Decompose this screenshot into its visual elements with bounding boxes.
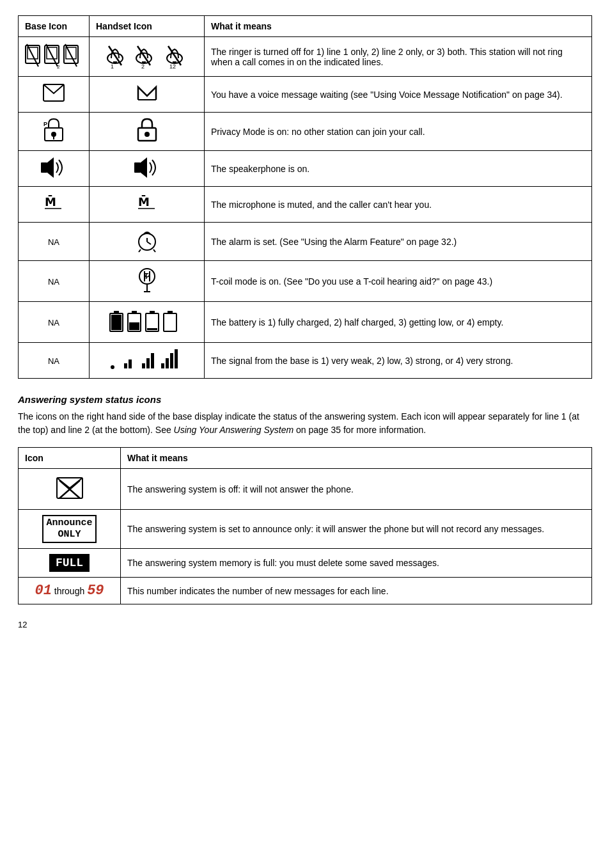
alarm-handset-icon (136, 228, 159, 253)
handset-icon-cell-ringer: 1 2 12 (90, 37, 205, 77)
ans-desc-count: This number indicates the number of new … (121, 578, 592, 604)
svg-rect-50 (114, 311, 119, 313)
signal-handset-icon (109, 348, 185, 371)
table-row: NA T T-coil mode (19, 261, 592, 302)
svg-marker-33 (141, 157, 147, 178)
svg-text:M̄: M̄ (138, 195, 150, 209)
table-row: FULL The answering system memory is full… (19, 549, 592, 578)
handset-icon-cell-battery (90, 302, 205, 343)
full-icon: FULL (49, 554, 90, 572)
svg-rect-51 (111, 315, 121, 330)
msg-count-59: 59 (87, 583, 104, 599)
ans-icon-cell-off (19, 469, 121, 510)
description-cell-battery: The battery is 1) fully charged, 2) half… (205, 302, 592, 343)
ringer-off-handset-icon: 1 2 12 (106, 43, 189, 68)
svg-rect-63 (142, 363, 145, 368)
description-cell-ringer: The ringer is turned off for 1) line 1 o… (205, 37, 592, 77)
table-row: Announce ONLY The answering system is se… (19, 510, 592, 549)
table-row: You have a voice message waiting (see "U… (19, 77, 592, 113)
na-label-signal: NA (48, 356, 59, 366)
table-row: 01 through 59 This number indicates the … (19, 578, 592, 604)
svg-rect-65 (151, 353, 154, 368)
table-row: P Privacy Mode is on: no other station c… (19, 113, 592, 151)
table-row: The answering system is off: it will not… (19, 469, 592, 510)
ringer-off-base-icon: 2 (25, 42, 82, 69)
svg-line-42 (153, 249, 155, 252)
speaker-handset-icon (133, 156, 161, 179)
description-cell-alarm: The alarm is set. (See "Using the Alarm … (205, 223, 592, 261)
svg-point-29 (145, 132, 150, 137)
base-icon-cell-tcoil: NA (19, 261, 90, 302)
na-label-battery: NA (48, 318, 59, 327)
handset-icon-cell-tcoil: T (90, 261, 205, 302)
svg-rect-66 (161, 363, 164, 368)
svg-text:2: 2 (141, 63, 145, 68)
svg-rect-30 (41, 162, 47, 173)
svg-point-25 (51, 132, 56, 137)
table-row: 2 1 (19, 37, 592, 77)
svg-text:1: 1 (111, 63, 114, 68)
svg-rect-56 (150, 311, 155, 313)
announce-only-icon: Announce ONLY (42, 515, 96, 543)
base-icon-cell-mute: M̄ (19, 187, 90, 223)
tcoil-handset-icon: T (136, 266, 159, 294)
svg-rect-61 (124, 363, 127, 368)
svg-rect-68 (170, 353, 173, 368)
svg-rect-69 (175, 349, 178, 368)
svg-text:12: 12 (169, 63, 176, 68)
svg-rect-58 (164, 313, 176, 331)
msg-count-01: 01 (35, 583, 51, 599)
description-cell-tcoil: T-coil mode is on. (See "Do you use a T-… (205, 261, 592, 302)
handset-icon-cell-voicemail (90, 77, 205, 113)
handset-icon-cell-privacy (90, 113, 205, 151)
ans-icon-cell-count: 01 through 59 (19, 578, 121, 604)
voicemail-base-icon (42, 82, 65, 105)
svg-text:M̄: M̄ (45, 195, 56, 209)
ans-desc-full: The answering system memory is full: you… (121, 549, 592, 578)
description-cell-signal: The signal from the base is 1) very weak… (205, 343, 592, 379)
italic-phrase: Using Your Answering System (174, 425, 294, 435)
na-label-alarm: NA (48, 237, 59, 247)
section-paragraph: The icons on the right hand side of the … (18, 410, 592, 437)
privacy-handset-icon (136, 118, 159, 143)
answering-off-icon (56, 474, 84, 502)
svg-rect-32 (134, 162, 141, 173)
page-number: 12 (18, 620, 592, 629)
mute-base-icon: M̄ (42, 192, 65, 215)
voicemail-handset-icon (136, 82, 159, 105)
table-row: NA The alarm is (19, 223, 592, 261)
svg-point-60 (111, 365, 114, 369)
svg-rect-62 (129, 359, 132, 368)
speaker-base-icon (40, 156, 68, 179)
ans-icon-cell-announce: Announce ONLY (19, 510, 121, 549)
col-header-meaning: What it means (205, 16, 592, 37)
base-icon-cell-ringer: 2 (19, 37, 90, 77)
section-heading: Answering system status icons (18, 394, 592, 405)
svg-rect-59 (168, 311, 173, 313)
col-header-meaning2: What it means (121, 448, 592, 469)
svg-rect-64 (146, 358, 150, 368)
battery-handset-icon (109, 307, 185, 335)
table-row: The speakerphone is on. (19, 151, 592, 187)
handset-icon-cell-mute: M̄ (90, 187, 205, 223)
svg-text:2: 2 (57, 64, 60, 69)
svg-text:T: T (144, 272, 149, 281)
description-cell-privacy: Privacy Mode is on: no other station can… (205, 113, 592, 151)
msg-through-label: through (54, 586, 84, 596)
ans-desc-announce: The answering system is set to announce … (121, 510, 592, 549)
table-row: NA (19, 302, 592, 343)
na-label-tcoil: NA (48, 277, 59, 287)
base-icon-cell-privacy: P (19, 113, 90, 151)
base-icon-cell-alarm: NA (19, 223, 90, 261)
answer-table: Icon What it means The answering sy (18, 447, 592, 604)
privacy-base-icon: P (42, 118, 65, 143)
base-icon-cell-speaker (19, 151, 90, 187)
description-cell-speaker: The speakerphone is on. (205, 151, 592, 187)
svg-line-40 (147, 242, 151, 244)
handset-icon-cell-alarm (90, 223, 205, 261)
mute-handset-icon: M̄ (136, 192, 159, 215)
svg-rect-57 (147, 328, 157, 330)
description-cell-mute: The microphone is muted, and the caller … (205, 187, 592, 223)
base-icon-cell-signal: NA (19, 343, 90, 379)
ans-icon-cell-full: FULL (19, 549, 121, 578)
